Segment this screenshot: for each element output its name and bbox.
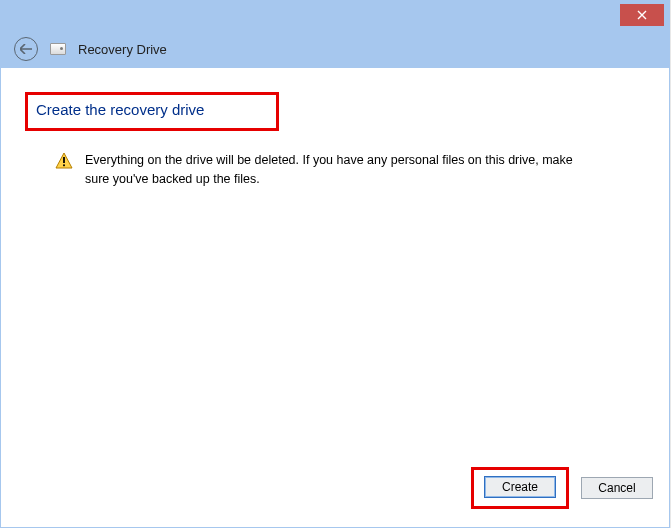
svg-rect-0: [63, 157, 65, 163]
create-button[interactable]: Create: [484, 476, 556, 498]
heading-highlight-box: Create the recovery drive: [25, 92, 279, 131]
drive-icon: [50, 43, 66, 55]
back-button[interactable]: [14, 37, 38, 61]
close-button[interactable]: [620, 4, 664, 26]
close-icon: [637, 10, 647, 20]
header-bar: Recovery Drive: [0, 30, 670, 68]
arrow-left-icon: [20, 44, 32, 54]
wizard-body: Create the recovery drive Everything on …: [0, 68, 670, 528]
warning-icon: [55, 152, 73, 170]
svg-rect-1: [63, 164, 65, 166]
warning-row: Everything on the drive will be deleted.…: [55, 151, 595, 189]
recovery-drive-wizard-window: Recovery Drive Create the recovery drive…: [0, 0, 671, 528]
warning-text: Everything on the drive will be deleted.…: [85, 151, 595, 189]
header-title: Recovery Drive: [78, 42, 167, 57]
footer-buttons: Create Cancel: [471, 467, 653, 509]
titlebar: [0, 0, 670, 30]
create-highlight-box: Create: [471, 467, 569, 509]
cancel-button[interactable]: Cancel: [581, 477, 653, 499]
page-heading: Create the recovery drive: [36, 101, 268, 118]
